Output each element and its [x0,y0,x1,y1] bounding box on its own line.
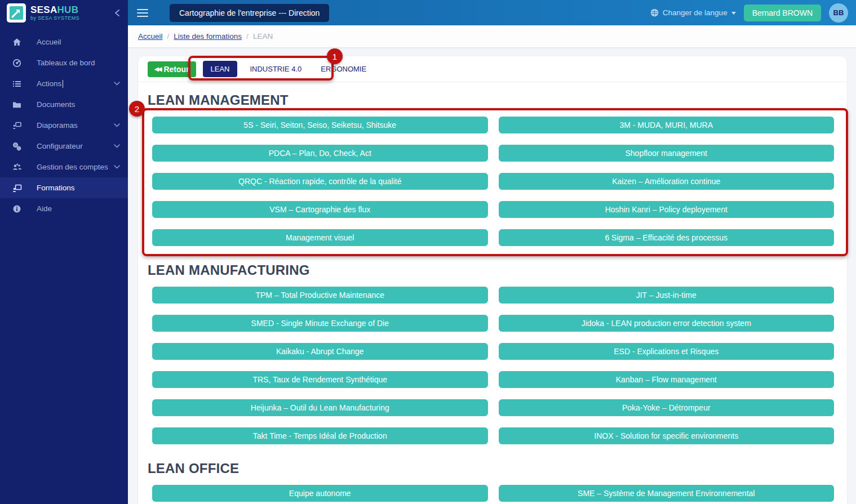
home-icon [12,37,22,47]
formation-button[interactable]: VSM – Cartographie des flux [152,201,488,218]
chevron-down-icon [114,82,120,86]
formation-button[interactable]: Equipe autonome [152,485,488,502]
sidebar-collapse-icon[interactable] [114,9,120,17]
chevron-down-icon [114,144,120,148]
formation-button[interactable]: ESD - Explications et Risques [499,343,835,360]
formation-button[interactable]: TRS, Taux de Rendement Synthétique [152,371,488,388]
formation-button[interactable]: SMED - Single Minute Exchange of Die [152,315,488,332]
chevron-down-icon [114,123,120,127]
sidebar-item-accueil[interactable]: Accueil [0,32,128,52]
sidebar-item-gestion-des-comptes[interactable]: Gestion des comptes [0,157,128,177]
breadcrumb-liste-des-formations[interactable]: Liste des formations [174,32,242,41]
formation-button[interactable]: 3M - MUDA, MURI, MURA [499,117,835,133]
logo-text: SESAHUB by SESA SYSTEMS [30,5,79,21]
formation-button[interactable]: Kaizen – Amélioration continue [499,173,835,190]
tab-lean[interactable]: LEAN [203,61,238,77]
formation-button[interactable]: Poka-Yoke – Détrompeur [499,399,835,416]
sidebar-item-label: Aide [37,204,52,213]
section-title-lean-office: LEAN OFFICE [148,461,834,476]
formation-button[interactable]: JIT – Just-in-time [499,287,835,304]
sidebar-item-label: Actions [37,79,61,88]
formation-button[interactable]: Kaikaku - Abrupt Change [152,343,488,360]
formation-button[interactable]: Hoshin Kanri – Policy deployement [499,201,835,218]
lean-manufacturing-buttons: TPM – Total Productive Maintenance SMED … [152,287,834,456]
section-title-lean-management: LEAN MANAGEMENT [148,92,834,108]
back-button[interactable]: ◀◀ Retour [148,61,196,77]
training-icon [12,183,22,193]
users-icon [12,162,22,172]
logo-arrow-icon [9,6,24,20]
formation-button[interactable]: QRQC - Réaction rapide, contrôle de la q… [152,173,488,190]
formation-button[interactable]: 5S - Seiri, Seiton, Seiso, Seiketsu, Shi… [152,117,488,133]
formation-button[interactable]: INOX - Solution for specific environment… [499,427,835,444]
sidebar-item-label: Configurateur [37,142,83,150]
formation-button[interactable]: 6 Sigma – Efficacité des processus [499,229,835,246]
globe-icon [650,8,659,17]
sidebar-item-diaporamas[interactable]: Diaporamas [0,115,128,136]
hamburger-menu-icon[interactable] [137,9,148,17]
tab-ergonomie[interactable]: ERGONOMIE [313,61,374,77]
breadcrumb-current: LEAN [253,32,273,41]
formation-button[interactable]: SME – Système de Management Environnemen… [499,485,835,502]
sidebar-item-tableaux-de-bord[interactable]: Tableaux de bord [0,52,128,73]
folder-icon [12,100,22,110]
info-icon [12,204,22,214]
breadcrumb-accueil[interactable]: Accueil [138,32,163,41]
tab-industrie-4-0[interactable]: INDUSTRIE 4.0 [242,61,309,77]
formation-button[interactable]: Jidoka - LEAN production error detection… [499,315,835,332]
sidebar-item-actions[interactable]: Actions [0,73,128,94]
lean-office-buttons: Equipe autonome SME – Système de Managem… [152,485,834,504]
sidebar-item-label: Diaporamas [37,121,78,130]
section-title-lean-manufacturing: LEAN MANUFACTURING [148,262,834,278]
language-label: Changer de langue [663,8,728,17]
formation-button[interactable]: Shopfloor management [499,145,835,162]
page-background: ◀◀ Retour LEAN INDUSTRIE 4.0 ERGONOMIE L… [128,48,856,504]
sidebar-nav: Accueil Tableaux de bord Actions [0,32,128,219]
sidebar-item-aide[interactable]: Aide [0,198,128,219]
topbar: Cartographie de l'entreprise --- Directi… [128,0,856,25]
back-button-label: Retour [163,65,189,74]
formation-button[interactable]: Management visuel [152,229,488,246]
formation-button[interactable]: Kanban – Flow management [499,371,835,388]
caret-down-icon [731,12,736,15]
formation-button[interactable]: PDCA – Plan, Do, Check, Act [152,145,488,162]
sidebar-item-formations[interactable]: Formations [0,177,128,198]
sidebar: SESAHUB by SESA SYSTEMS Accueil Tableaux… [0,0,128,504]
sidebar-header: SESAHUB by SESA SYSTEMS [0,0,128,26]
sidebar-item-label: Tableaux de bord [37,59,95,67]
chevron-down-icon [114,165,120,169]
tabs-group: LEAN INDUSTRIE 4.0 ERGONOMIE [203,61,375,77]
sidebar-item-configurateur[interactable]: Configurateur [0,136,128,157]
page-title: Cartographie de l'entreprise --- Directi… [170,4,329,22]
app-logo[interactable] [7,3,26,23]
sidebar-item-label: Formations [37,184,75,192]
sidebar-item-label: Documents [37,100,75,109]
sidebar-item-label: Accueil [37,38,61,46]
avatar[interactable]: BB [829,3,848,23]
formation-button[interactable]: TPM – Total Productive Maintenance [152,287,488,304]
gears-icon [12,141,22,151]
presentation-icon [12,121,22,131]
card-toolbar: ◀◀ Retour LEAN INDUSTRIE 4.0 ERGONOMIE [138,56,847,82]
dashboard-icon [12,58,22,68]
user-name-button[interactable]: Bernard BROWN [744,5,821,21]
text-cursor [63,80,63,88]
breadcrumb-separator: / [167,32,170,41]
list-icon [12,79,22,89]
formation-button[interactable]: Heijunka – Outil du Lean Manufacturing [152,399,488,416]
sidebar-item-documents[interactable]: Documents [0,94,128,115]
language-selector[interactable]: Changer de langue [650,8,736,17]
lean-management-buttons: 5S - Seiri, Seiton, Seiso, Seiketsu, Shi… [152,117,834,257]
sidebar-item-label: Gestion des comptes [37,163,108,171]
rewind-icon: ◀◀ [154,66,161,72]
content-card: ◀◀ Retour LEAN INDUSTRIE 4.0 ERGONOMIE L… [138,56,847,504]
formation-button[interactable]: Takt Time - Temps Idéal de Production [152,427,488,444]
breadcrumb-separator: / [246,32,249,41]
breadcrumb: Accueil / Liste des formations / LEAN [128,25,856,48]
